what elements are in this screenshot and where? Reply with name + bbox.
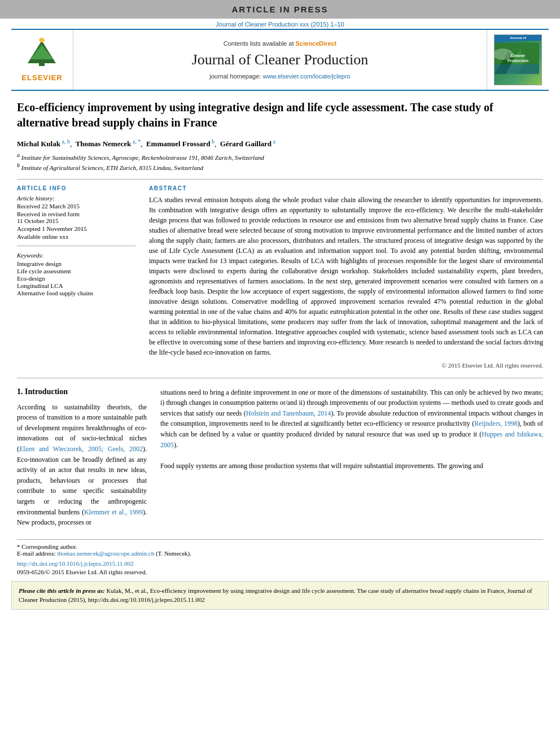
- svg-rect-8: [495, 64, 539, 74]
- citation-box: Please cite this article in press as: Ku…: [11, 581, 549, 610]
- article-title: Eco-efficiency improvement by using inte…: [17, 100, 543, 130]
- section-divider: [17, 378, 543, 378]
- history-label: Article history:: [17, 195, 55, 202]
- article-content: Eco-efficiency improvement by using inte…: [17, 100, 543, 369]
- keywords-section: Keywords: Integrative design Life cycle …: [17, 252, 135, 296]
- journal-cover-area: Journal of CleanerProduction: [487, 30, 549, 90]
- svg-marker-2: [30, 45, 53, 59]
- ref-huppes[interactable]: Huppes and Ishikawa, 2005: [160, 430, 543, 449]
- article-history: Article history: Received 22 March 2015 …: [17, 195, 135, 246]
- journal-title: Journal of Cleaner Production: [192, 51, 369, 68]
- elsevier-logo-area: ELSEVIER: [11, 30, 73, 90]
- author-3-name: Emmanuel Frossard: [146, 139, 211, 148]
- sciencedirect-link[interactable]: ScienceDirect: [296, 40, 337, 47]
- keyword-4: Longitudinal LCA: [17, 282, 135, 289]
- author-1-name: Michal Kulak: [17, 139, 60, 148]
- article-info-header: ARTICLE INFO: [17, 185, 135, 191]
- info-abstract-section: ARTICLE INFO Article history: Received 2…: [17, 179, 543, 369]
- homepage-prefix: journal homepage:: [209, 73, 262, 80]
- abstract-header: ABSTRACT: [149, 185, 543, 191]
- keyword-2: Life cycle assessment: [17, 268, 135, 274]
- doi-line: http://dx.doi.org/10.1016/j.jclepro.2015…: [17, 560, 543, 567]
- copyright-line: © 2015 Elsevier Ltd. All rights reserved…: [149, 362, 543, 369]
- intro-left-text: According to sustainability theorists, t…: [17, 402, 147, 528]
- journal-header-center: Contents lists available at ScienceDirec…: [73, 30, 487, 90]
- abstract-col: ABSTRACT LCA studies reveal emission hot…: [149, 185, 543, 369]
- elsevier-label: ELSEVIER: [21, 73, 62, 82]
- introduction-section: 1. Introduction According to sustainabil…: [17, 387, 543, 528]
- author-2-name: Thomas Nemecek: [76, 139, 132, 148]
- journal-cover-image: Journal of CleanerProduction: [494, 34, 542, 85]
- intro-right-text: situations need to bring a definite impr…: [160, 387, 543, 471]
- author-4-sup: a: [272, 138, 275, 145]
- author-4-name: Gérard Gaillard: [220, 139, 272, 148]
- email-link[interactable]: thomas.nemecek@agroscope.admin.ch: [57, 550, 154, 557]
- author-2-sup: a, *: [131, 138, 141, 145]
- section-title: 1. Introduction: [17, 387, 147, 396]
- affiliation-2: b Institute of Agricultural Sciences, ET…: [17, 162, 543, 171]
- doi-link[interactable]: http://dx.doi.org/10.1016/j.jclepro.2015…: [17, 560, 134, 567]
- author-3-sup: b: [210, 138, 215, 145]
- abstract-text: LCA studies reveal emission hotspots alo…: [149, 195, 543, 357]
- revised-date: Received in revised form 11 October 2015: [17, 211, 135, 224]
- journal-header: ELSEVIER Contents lists available at Sci…: [11, 29, 549, 91]
- available-online: Available online xxx: [17, 233, 135, 240]
- author-1-sup: a, b: [60, 138, 70, 145]
- ref-elzen[interactable]: Elzen and Wieczorek, 2005; Geels, 2002: [19, 445, 143, 453]
- sciencedirect-line: Contents lists available at ScienceDirec…: [224, 40, 337, 47]
- journal-ref-line: Journal of Cleaner Production xxx (2015)…: [0, 19, 560, 29]
- citation-prefix: Please cite this article in press as:: [19, 587, 105, 594]
- footnote-area: * Corresponding author. E-mail address: …: [17, 539, 543, 557]
- email-line: E-mail address: thomas.nemecek@agroscope…: [17, 550, 543, 557]
- svg-point-3: [39, 38, 45, 42]
- intro-right-col: situations need to bring a definite impr…: [160, 387, 543, 528]
- cover-title-text: CleanerProduction: [508, 53, 528, 63]
- received-date: Received 22 March 2015: [17, 203, 135, 209]
- ref-reijnders[interactable]: Reijnders, 1998: [474, 420, 517, 427]
- authors-line: Michal Kulak a, b, Thomas Nemecek a, *, …: [17, 138, 543, 148]
- ref-klemmer[interactable]: Klemmer et al., 1999: [84, 508, 143, 516]
- article-in-press-banner: ARTICLE IN PRESS: [0, 0, 560, 19]
- ref-holstein[interactable]: Holstein and Tanenbaum, 2014: [246, 409, 331, 417]
- issn-line: 0959-6526/© 2015 Elsevier Ltd. All right…: [17, 569, 543, 575]
- article-info-col: ARTICLE INFO Article history: Received 2…: [17, 185, 135, 369]
- journal-homepage-line: journal homepage: www.elsevier.com/locat…: [209, 73, 350, 80]
- elsevier-tree-icon: [22, 38, 62, 69]
- keyword-1: Integrative design: [17, 260, 135, 267]
- keyword-5: Alternative food supply chains: [17, 290, 135, 296]
- corresponding-author-note: * Corresponding author.: [17, 543, 543, 550]
- sciencedirect-prefix: Contents lists available at: [224, 40, 296, 47]
- homepage-url[interactable]: www.elsevier.com/locate/jclepro: [262, 73, 350, 80]
- accepted-date: Accepted 1 November 2015: [17, 225, 135, 232]
- keywords-title: Keywords:: [17, 252, 135, 259]
- intro-left-col: 1. Introduction According to sustainabil…: [17, 387, 147, 528]
- cover-top-bar: Journal of: [495, 35, 541, 41]
- keyword-3: Eco-design: [17, 275, 135, 282]
- affiliation-1: a Institute for Sustainability Sciences,…: [17, 152, 543, 161]
